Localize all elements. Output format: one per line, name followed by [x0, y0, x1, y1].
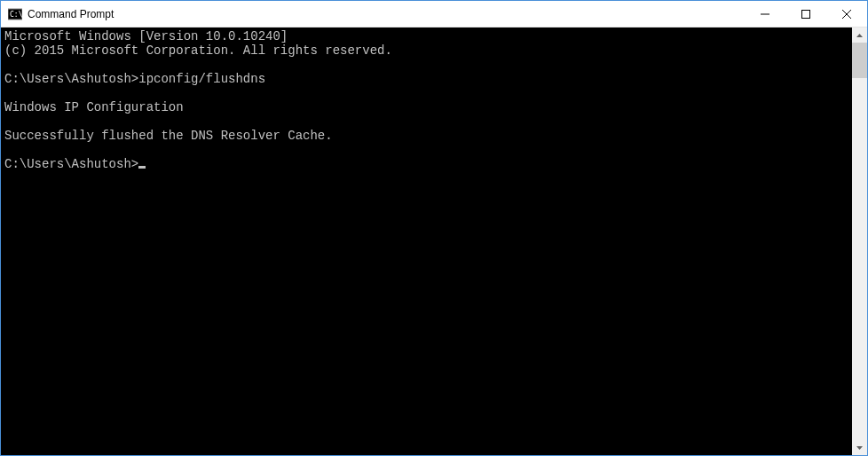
cmd-icon: C:\	[8, 7, 22, 21]
terminal-line: C:\Users\Ashutosh>ipconfig/flushdns	[4, 72, 848, 86]
terminal-prompt: C:\Users\Ashutosh>	[4, 157, 138, 171]
svg-marker-7	[856, 446, 863, 450]
command-prompt-window: C:\ Command Prompt Micro	[0, 0, 868, 456]
terminal-line	[4, 114, 848, 129]
titlebar[interactable]: C:\ Command Prompt	[1, 1, 867, 28]
svg-rect-3	[802, 10, 810, 18]
terminal-line: Microsoft Windows [Version 10.0.10240]	[4, 29, 848, 43]
close-button[interactable]	[826, 1, 867, 27]
scrollbar-thumb[interactable]	[852, 43, 867, 78]
scrollbar-down-arrow[interactable]	[852, 440, 867, 455]
terminal-content[interactable]: Microsoft Windows [Version 10.0.10240](c…	[1, 28, 852, 455]
terminal-prompt-line: C:\Users\Ashutosh>	[4, 157, 848, 171]
terminal-area[interactable]: Microsoft Windows [Version 10.0.10240](c…	[1, 28, 867, 455]
terminal-line: (c) 2015 Microsoft Corporation. All righ…	[4, 43, 848, 58]
svg-marker-6	[856, 34, 863, 37]
terminal-line	[4, 143, 848, 157]
minimize-button[interactable]	[745, 1, 785, 27]
maximize-button[interactable]	[785, 1, 826, 27]
window-title: Command Prompt	[28, 8, 745, 20]
window-controls	[745, 1, 867, 27]
terminal-cursor	[138, 166, 146, 169]
svg-text:C:\: C:\	[10, 11, 22, 19]
scrollbar-up-arrow[interactable]	[852, 28, 867, 43]
terminal-line	[4, 58, 848, 72]
terminal-line: Windows IP Configuration	[4, 100, 848, 114]
terminal-line	[4, 86, 848, 100]
terminal-line: Successfully flushed the DNS Resolver Ca…	[4, 129, 848, 143]
vertical-scrollbar[interactable]	[852, 28, 867, 455]
